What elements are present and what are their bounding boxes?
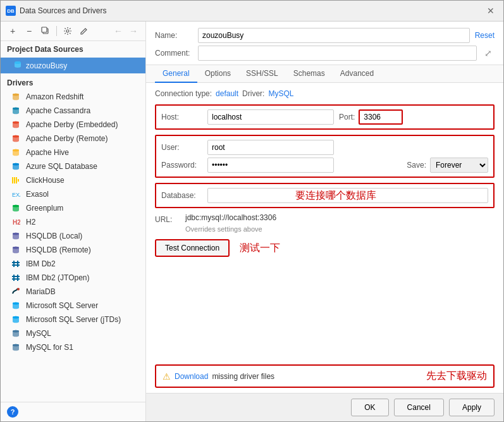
driver-icon-cassandra xyxy=(11,106,21,116)
database-annotation: 要连接哪个数据库 xyxy=(295,189,376,202)
app-icon: DB xyxy=(6,6,16,16)
port-section: Port: xyxy=(339,109,403,125)
driver-item-clickhouse[interactable]: ClickHouse xyxy=(1,173,145,187)
copy-button[interactable] xyxy=(39,24,52,38)
driver-item-greenplum[interactable]: Greenplum xyxy=(1,201,145,215)
driver-item-label: IBM Db2 xyxy=(26,259,56,268)
apply-button[interactable]: Apply xyxy=(449,399,495,416)
driver-item-label: H2 xyxy=(26,218,35,227)
ok-button[interactable]: OK xyxy=(351,399,388,416)
host-input[interactable] xyxy=(207,109,334,125)
driver-item-apache-derby-remote[interactable]: Apache Derby (Remote) xyxy=(1,132,145,146)
driver-item-h2[interactable]: H2H2 xyxy=(1,215,145,229)
host-section: Host: Port: xyxy=(155,104,495,130)
driver-item-ibm-db2-jtopen[interactable]: IBM Db2 (JTOpen) xyxy=(1,271,145,285)
driver-item-apache-cassandra[interactable]: Apache Cassandra xyxy=(1,104,145,118)
add-button[interactable]: + xyxy=(6,24,20,38)
driver-icon-hsqldb xyxy=(11,231,21,241)
tab-general[interactable]: General xyxy=(155,65,197,83)
svg-rect-33 xyxy=(13,261,15,267)
reset-link[interactable]: Reset xyxy=(475,31,495,40)
driver-icon-greenplum xyxy=(11,203,21,213)
driver-item-apache-derby-embedded[interactable]: Apache Derby (Embedded) xyxy=(1,118,145,132)
driver-item-label: MariaDB xyxy=(26,287,56,296)
svg-rect-35 xyxy=(12,276,20,277)
driver-item-label: Amazon Redshift xyxy=(26,92,83,101)
driver-item-microsoft-sql-server-jtds[interactable]: Microsoft SQL Server (jTDs) xyxy=(1,313,145,326)
edit-button[interactable] xyxy=(77,24,91,38)
driver-item-label: Apache Derby (Embedded) xyxy=(26,120,118,129)
tab-ssh-ssl[interactable]: SSH/SSL xyxy=(238,65,286,83)
settings-button[interactable] xyxy=(61,24,75,38)
svg-point-43 xyxy=(13,316,19,319)
driver-item-azure-sql-database[interactable]: Azure SQL Database xyxy=(1,159,145,173)
driver-item-ibm-db2[interactable]: IBM Db2 xyxy=(1,257,145,271)
svg-point-14 xyxy=(13,135,19,138)
tab-advanced[interactable]: Advanced xyxy=(333,65,381,83)
name-label: Name: xyxy=(155,31,193,40)
port-input[interactable] xyxy=(359,109,403,125)
tab-schemas[interactable]: Schemas xyxy=(286,65,333,83)
drivers-label: Drivers xyxy=(1,73,145,90)
test-connection-button[interactable]: Test Connection xyxy=(155,239,230,257)
close-button[interactable]: ✕ xyxy=(483,4,498,17)
connection-type-row: Connection type: default Driver: MySQL xyxy=(155,89,495,98)
save-select[interactable]: Forever Until restart Never xyxy=(430,158,488,173)
url-value: jdbc:mysql://localhost:3306 xyxy=(185,213,276,222)
comment-row: Comment: ⤢ xyxy=(155,46,495,61)
connection-type-value[interactable]: default xyxy=(216,89,238,98)
driver-item-amazon-redshift[interactable]: Amazon Redshift xyxy=(1,90,145,104)
toolbar-separator xyxy=(56,26,57,36)
back-button[interactable]: ← xyxy=(111,24,125,38)
expand-comment-button[interactable]: ⤢ xyxy=(482,47,495,59)
project-section-header: Project Data Sources xyxy=(1,41,145,58)
left-panel: + − xyxy=(1,22,146,421)
driver-item-label: HSQLDB (Local) xyxy=(26,232,82,240)
driver-item-label: Apache Hive xyxy=(26,148,69,157)
svg-rect-3 xyxy=(42,27,47,32)
password-input[interactable] xyxy=(207,158,334,173)
driver-item-exasol[interactable]: EXAExasol xyxy=(1,187,145,201)
download-link[interactable]: Download xyxy=(175,372,208,381)
driver-item-mariadb[interactable]: MariaDB xyxy=(1,285,145,299)
connection-type-label: Connection type: xyxy=(155,89,212,98)
svg-point-16 xyxy=(13,149,19,152)
svg-rect-36 xyxy=(12,278,20,280)
driver-item-apache-hive[interactable]: Apache Hive xyxy=(1,146,145,159)
comment-input[interactable] xyxy=(198,46,477,61)
nav-buttons: ← → xyxy=(111,24,140,38)
tab-options[interactable]: Options xyxy=(197,65,238,83)
driver-icon-mysql xyxy=(11,342,21,352)
driver-value[interactable]: MySQL xyxy=(268,89,293,98)
svg-rect-19 xyxy=(12,177,13,183)
svg-point-41 xyxy=(13,302,19,305)
comment-label: Comment: xyxy=(155,49,193,58)
user-row: User: xyxy=(161,140,488,155)
cancel-button[interactable]: Cancel xyxy=(394,399,444,416)
test-annotation: 测试一下 xyxy=(240,242,280,255)
user-input[interactable] xyxy=(207,140,334,155)
content-area: + − xyxy=(1,22,503,421)
driver-item-hsqldb-remote[interactable]: HSQLDB (Remote) xyxy=(1,243,145,257)
driver-item-mysql[interactable]: MySQL xyxy=(1,326,145,340)
project-item-zouzoubusy[interactable]: zouzouBusy xyxy=(1,58,145,73)
svg-rect-20 xyxy=(14,177,15,183)
driver-label: Driver: xyxy=(242,89,264,98)
url-row: URL: jdbc:mysql://localhost:3306 Overrid… xyxy=(155,213,495,233)
right-panel: Name: Reset Comment: ⤢ General Options S… xyxy=(146,22,503,421)
driver-item-microsoft-sql-server[interactable]: Microsoft SQL Server xyxy=(1,299,145,313)
driver-icon-redshift xyxy=(11,92,21,102)
svg-text:DB: DB xyxy=(7,8,15,14)
driver-icon-mariadb xyxy=(11,287,21,297)
download-bar: ⚠ Download missing driver files 先去下载驱动 xyxy=(155,364,495,388)
name-input[interactable] xyxy=(198,28,470,43)
url-label-row: URL: jdbc:mysql://localhost:3306 xyxy=(155,213,495,224)
driver-item-hsqldb-local[interactable]: HSQLDB (Local) xyxy=(1,229,145,243)
title-bar: DB Data Sources and Drivers ✕ xyxy=(1,1,503,22)
remove-button[interactable]: − xyxy=(22,24,36,38)
driver-item-mysql-for-s1[interactable]: MySQL for S1 xyxy=(1,340,145,354)
forward-button[interactable]: → xyxy=(126,24,140,38)
url-hint: Overrides settings above xyxy=(185,225,495,233)
svg-point-8 xyxy=(13,94,19,96)
help-button[interactable]: ? xyxy=(7,406,18,418)
